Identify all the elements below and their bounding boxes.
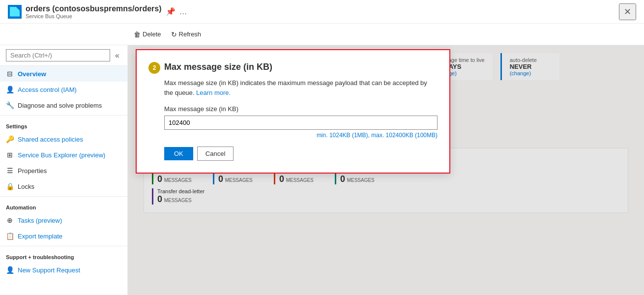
max-message-size-input[interactable] — [164, 116, 438, 130]
cancel-button[interactable]: Cancel — [197, 147, 234, 161]
modal-actions: OK Cancel — [164, 147, 438, 161]
delete-button[interactable]: 🗑 Delete — [130, 29, 165, 40]
automation-section-header: Automation — [0, 199, 127, 212]
sidebar-item-label: New Support Request — [18, 266, 80, 274]
sidebar-item-diagnose[interactable]: 🔧 Diagnose and solve problems — [0, 97, 127, 113]
properties-icon: ☰ — [6, 167, 14, 175]
modal-description: Max message size (in KB) indicates the m… — [164, 78, 438, 97]
policy-icon: 🔑 — [6, 135, 14, 143]
title-left: orders (contososbuspremns/orders) Servic… — [8, 4, 187, 19]
search-input[interactable] — [6, 49, 110, 61]
step-badge: 2 — [148, 62, 160, 74]
sidebar-item-label: Diagnose and solve problems — [18, 102, 102, 109]
modal-box: 2 Max message size (in KB) Max message s… — [136, 49, 450, 174]
main-layout: « ⊟ Overview 👤 Access control (IAM) 🔧 Di… — [0, 45, 644, 295]
sidebar-item-export[interactable]: 📋 Export template — [0, 228, 127, 244]
sidebar-item-label: Properties — [18, 167, 47, 175]
page-title: orders (contososbuspremns/orders) — [26, 4, 162, 13]
iam-icon: 👤 — [6, 86, 14, 93]
sidebar-item-shared-access[interactable]: 🔑 Shared access policies — [0, 131, 127, 147]
learn-more-link[interactable]: Learn more. — [196, 89, 231, 96]
page-subtitle: Service Bus Queue — [26, 13, 162, 19]
modal-overlay: 2 Max message size (in KB) Max message s… — [128, 45, 644, 295]
content-area: 2 Max message size (in KB) Max message s… — [128, 45, 644, 295]
modal-title: Max message size (in KB) — [164, 62, 438, 72]
delete-icon: 🗑 — [134, 30, 141, 38]
new-support-icon: 👤 — [6, 266, 14, 274]
refresh-button[interactable]: ↻ Refresh — [167, 29, 205, 40]
sidebar-item-label: Tasks (preview) — [18, 217, 62, 224]
sidebar-item-iam[interactable]: 👤 Access control (IAM) — [0, 82, 127, 97]
title-text: orders (contososbuspremns/orders) Servic… — [26, 4, 162, 19]
sidebar-item-explorer[interactable]: ⊞ Service Bus Explorer (preview) — [0, 147, 127, 163]
diagnose-icon: 🔧 — [6, 101, 14, 109]
more-icon[interactable]: … — [179, 7, 187, 16]
sidebar-item-label: Shared access policies — [18, 136, 83, 143]
sidebar-item-new-support[interactable]: 👤 New Support Request — [0, 262, 127, 278]
search-bar: « — [0, 45, 127, 66]
support-section-header: Support + troubleshooting — [0, 248, 127, 262]
sidebar-item-tasks[interactable]: ⊕ Tasks (preview) — [0, 212, 127, 228]
sidebar-item-locks[interactable]: 🔒 Locks — [0, 178, 127, 194]
collapse-button[interactable]: « — [113, 50, 121, 61]
sidebar: « ⊟ Overview 👤 Access control (IAM) 🔧 Di… — [0, 45, 128, 295]
export-icon: 📋 — [6, 232, 14, 240]
modal-hint: min. 1024KB (1MB), max. 102400KB (100MB) — [164, 132, 438, 139]
overview-icon: ⊟ — [6, 70, 14, 78]
sidebar-item-label: Locks — [18, 183, 34, 190]
toolbar: 🗑 Delete ↻ Refresh — [0, 24, 644, 45]
ok-button[interactable]: OK — [164, 147, 193, 160]
sidebar-item-overview[interactable]: ⊟ Overview — [0, 66, 127, 82]
explorer-icon: ⊞ — [6, 151, 14, 159]
sidebar-item-label: Export template — [18, 233, 62, 240]
settings-section-header: Settings — [0, 118, 127, 131]
pin-icon[interactable]: 📌 — [166, 7, 176, 16]
sidebar-item-label: Service Bus Explorer (preview) — [18, 151, 105, 159]
app-icon — [8, 5, 22, 19]
sidebar-item-properties[interactable]: ☰ Properties — [0, 163, 127, 178]
lock-icon: 🔒 — [6, 182, 14, 190]
tasks-icon: ⊕ — [6, 216, 14, 224]
refresh-icon: ↻ — [171, 30, 177, 38]
modal-content: Max message size (in KB) Max message siz… — [164, 62, 438, 161]
sidebar-item-label: Overview — [18, 70, 46, 78]
modal-step-row: 2 Max message size (in KB) Max message s… — [148, 62, 438, 161]
modal-field-label: Max message size (in KB) — [164, 105, 438, 113]
close-button[interactable]: ✕ — [619, 3, 636, 20]
sidebar-item-label: Access control (IAM) — [18, 86, 77, 93]
title-bar: orders (contososbuspremns/orders) Servic… — [0, 0, 644, 24]
